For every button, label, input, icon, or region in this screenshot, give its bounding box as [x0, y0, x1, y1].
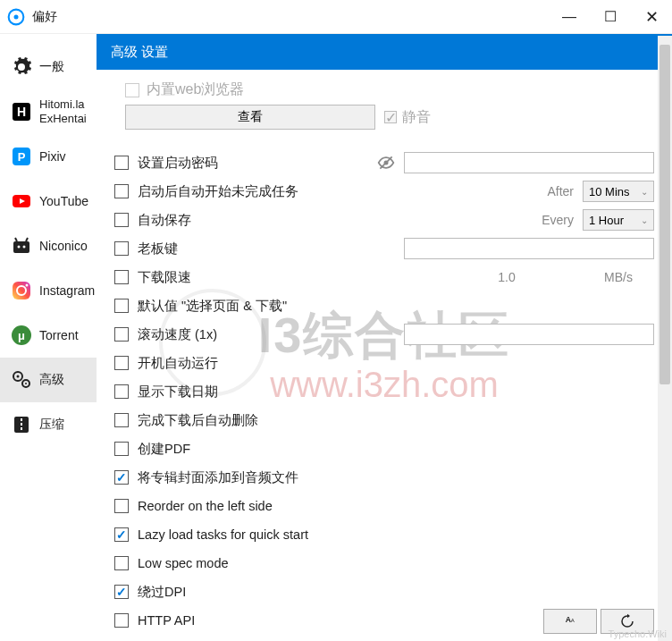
app-icon [7, 8, 25, 26]
show-date-checkbox[interactable] [114, 384, 129, 399]
vertical-scrollbar[interactable] [658, 36, 672, 641]
svg-rect-7 [13, 241, 29, 253]
sidebar-item-label: Instagram [39, 283, 95, 298]
sidebar-item-torrent[interactable]: μ Torrent [0, 313, 97, 358]
password-label: 设置启动密码 [138, 155, 218, 172]
after-select[interactable]: 10 Mins⌄ [583, 181, 654, 202]
password-input[interactable] [404, 152, 654, 173]
sidebar-item-youtube[interactable]: YouTube [0, 179, 97, 224]
sidebar-item-general[interactable]: 一般 [0, 45, 97, 89]
bosskey-input[interactable] [404, 238, 654, 259]
autosave-checkbox[interactable] [114, 213, 129, 227]
compress-icon [11, 414, 32, 435]
sidebar-item-label: Hitomi.la ExHentai [39, 97, 87, 125]
torrent-icon: μ [11, 325, 32, 346]
speedlimit-label: 下载限速 [138, 269, 191, 286]
gear-icon [11, 56, 32, 78]
sidebar-item-pixiv[interactable]: P Pixiv [0, 134, 97, 179]
bypass-dpi-checkbox[interactable] [114, 585, 129, 599]
low-spec-checkbox[interactable] [114, 556, 129, 570]
svg-text:A: A [571, 618, 575, 623]
close-button[interactable]: ✕ [631, 0, 672, 34]
corner-watermark: Typecho.Wiki [609, 628, 667, 639]
sidebar-item-label: Torrent [39, 328, 79, 342]
auto-resume-checkbox[interactable] [114, 184, 129, 198]
pixiv-icon: P [11, 146, 32, 167]
sidebar-item-label: 高级 [39, 372, 64, 388]
create-pdf-checkbox[interactable] [114, 442, 129, 456]
password-checkbox[interactable] [114, 156, 129, 170]
show-date-label: 显示下载日期 [138, 384, 218, 401]
bosskey-checkbox[interactable] [114, 241, 129, 256]
svg-point-14 [26, 284, 29, 287]
scrollbar-thumb[interactable] [659, 45, 670, 384]
scroll-speed-label: 滚动速度 (1x) [138, 326, 217, 343]
album-cover-checkbox[interactable] [114, 470, 129, 485]
reorder-checkbox[interactable] [114, 499, 129, 513]
sidebar-item-instagram[interactable]: Instagram [0, 268, 97, 313]
svg-rect-22 [21, 418, 22, 421]
scroll-speed-checkbox[interactable] [114, 327, 129, 342]
font-button[interactable]: AA [543, 609, 597, 634]
maximize-button[interactable]: ☐ [590, 0, 631, 34]
sidebar-item-label: YouTube [39, 194, 88, 208]
sidebar-item-label: Niconico [39, 239, 88, 253]
reorder-label: Reorder on the left side [138, 499, 273, 513]
sidebar-item-label: 压缩 [39, 417, 64, 433]
title-bar: 偏好 — ☐ ✕ [0, 0, 672, 34]
sidebar-item-hitomi[interactable]: H Hitomi.la ExHentai [0, 89, 97, 134]
http-api-label: HTTP API [138, 613, 195, 628]
gears-icon [11, 369, 32, 391]
svg-point-20 [25, 383, 27, 384]
auto-resume-label: 启动后自动开始未完成任务 [138, 183, 298, 200]
svg-point-1 [14, 14, 19, 19]
mute-checkbox: ✓ [384, 111, 397, 123]
eye-slash-icon[interactable] [377, 154, 395, 172]
speedlimit-checkbox[interactable] [114, 270, 129, 284]
svg-rect-24 [21, 427, 22, 430]
svg-rect-23 [21, 423, 22, 426]
header-title: 高级 设置 [111, 44, 168, 61]
svg-point-10 [18, 246, 21, 249]
svg-point-11 [23, 246, 26, 249]
niconico-icon [11, 235, 32, 257]
builtin-browser-label: 内置web浏览器 [147, 80, 244, 99]
sidebar-item-compress[interactable]: 压缩 [0, 402, 97, 447]
speed-value: 1.0 [440, 270, 574, 284]
svg-line-8 [15, 238, 17, 241]
mute-label: 静音 [402, 108, 431, 127]
svg-line-9 [26, 238, 28, 241]
scroll-speed-input[interactable] [404, 324, 654, 345]
every-label: Every [542, 213, 574, 227]
sidebar-item-advanced[interactable]: 高级 [0, 358, 97, 402]
auto-delete-label: 完成下载后自动删除 [138, 412, 258, 429]
hitomi-icon: H [11, 101, 32, 122]
autosave-label: 自动保存 [138, 212, 191, 229]
speed-unit: MB/s [583, 270, 654, 284]
bosskey-label: 老板键 [138, 240, 178, 257]
svg-text:H: H [17, 105, 26, 119]
default-select-label: 默认值 "选择页面 & 下载" [138, 298, 287, 315]
low-spec-label: Low spec mode [138, 556, 229, 570]
lazy-load-checkbox[interactable] [114, 527, 129, 542]
bypass-dpi-label: 绕过DPI [138, 584, 186, 601]
youtube-icon [11, 190, 32, 212]
minimize-button[interactable]: — [549, 0, 590, 34]
lazy-load-label: Lazy load tasks for quick start [138, 527, 308, 542]
every-select[interactable]: 1 Hour⌄ [583, 209, 654, 231]
sidebar-item-label: 一般 [39, 59, 64, 75]
sidebar-item-niconico[interactable]: Niconico [0, 224, 97, 268]
autostart-checkbox[interactable] [114, 356, 129, 370]
builtin-browser-checkbox[interactable] [125, 83, 139, 97]
http-api-checkbox[interactable] [114, 613, 129, 628]
svg-text:μ: μ [18, 329, 25, 342]
content-header: 高级 设置 [97, 34, 672, 70]
view-button[interactable]: 查看 [125, 105, 375, 130]
svg-point-18 [17, 375, 20, 378]
sidebar: 一般 H Hitomi.la ExHentai P Pixiv YouTube … [0, 34, 97, 641]
default-select-checkbox[interactable] [114, 299, 129, 313]
auto-delete-checkbox[interactable] [114, 413, 129, 427]
autostart-label: 开机自动运行 [138, 355, 218, 372]
window-title: 偏好 [32, 9, 549, 25]
sidebar-item-label: Pixiv [39, 149, 66, 164]
